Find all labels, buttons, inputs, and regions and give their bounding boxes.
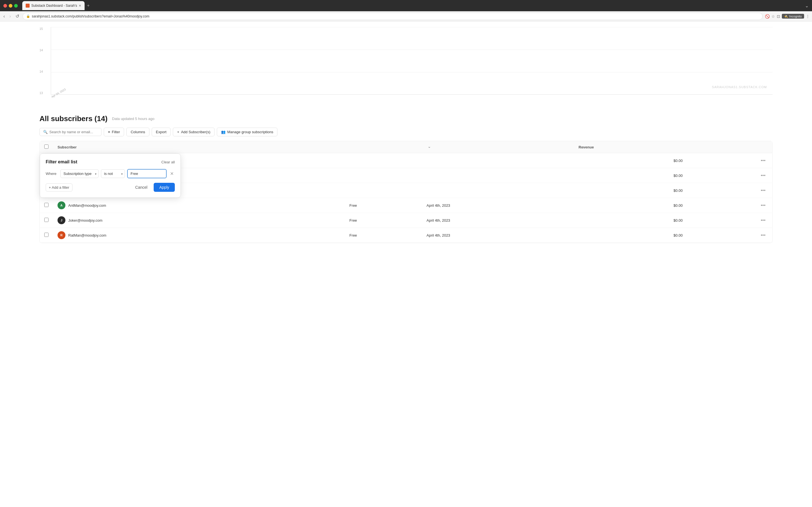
search-input[interactable]: [49, 130, 98, 134]
revenue-cell: $0.00: [574, 153, 687, 168]
tab-close-button[interactable]: ✕: [79, 4, 81, 8]
revenue-cell: $0.00: [574, 168, 687, 183]
row-more-button[interactable]: •••: [758, 217, 768, 224]
export-button[interactable]: Export: [152, 128, 171, 136]
chart-y-label-15: 15: [40, 27, 43, 31]
main-content: 15 14 14 13 SARAHJONAS1.SUBSTACK.COM Apr…: [0, 21, 812, 507]
row-more-button[interactable]: •••: [758, 172, 768, 179]
active-tab[interactable]: Substack Dashboard - Sarah's ✕: [22, 1, 85, 10]
address-bar-actions: 🚫 ☆ ⊡ 🕵 Incognito ⋮: [765, 14, 810, 18]
camera-off-icon[interactable]: 🚫: [765, 14, 770, 18]
th-subscription-type: [345, 141, 422, 153]
minimize-window-button[interactable]: [9, 4, 12, 8]
filter-where-label: Where: [46, 172, 58, 176]
filter-actions: Cancel Apply: [131, 183, 175, 192]
table-row: R RatMan@moodjoy.com Free April 4th, 202…: [40, 228, 772, 243]
new-tab-button[interactable]: +: [87, 3, 89, 8]
actions-cell: •••: [687, 228, 772, 243]
revenue-cell: $0.00: [574, 198, 687, 213]
avatar: J: [57, 216, 65, 224]
incognito-badge: 🕵 Incognito: [782, 14, 804, 18]
filter-operator-wrapper: is not is contains: [101, 169, 125, 178]
row-checkbox-cell: [40, 198, 53, 213]
search-box[interactable]: 🔍: [40, 128, 101, 136]
subscription-type-cell: [345, 183, 422, 198]
more-options-icon[interactable]: ⋮: [806, 14, 810, 18]
revenue-cell: $0.00: [574, 228, 687, 243]
url-bar[interactable]: 🔒 sarahjonas1.substack.com/publish/subsc…: [22, 13, 763, 20]
back-button[interactable]: ‹: [2, 13, 6, 20]
add-filter-button[interactable]: + Add a filter: [46, 183, 72, 191]
cancel-button[interactable]: Cancel: [131, 183, 151, 192]
filter-popup-title: Filter email list: [46, 159, 77, 165]
date-cell: April 4th, 2023: [422, 213, 574, 228]
chart-watermark: SARAHJONAS1.SUBSTACK.COM: [712, 86, 767, 89]
close-window-button[interactable]: [3, 4, 7, 8]
subscriber-email: AntMan@moodjoy.com: [68, 203, 106, 208]
address-bar: ‹ › ↺ 🔒 sarahjonas1.substack.com/publish…: [0, 11, 812, 21]
chart-y-label-13: 13: [40, 91, 43, 95]
chart-y-label-14b: 14: [40, 70, 43, 73]
subscription-type-cell: [345, 153, 422, 168]
add-subscriber-button[interactable]: + Add Subscriber(s): [173, 128, 214, 136]
subscription-type-cell: Free: [345, 198, 422, 213]
filter-button[interactable]: ≡ Filter: [104, 128, 124, 136]
row-checkbox-cell: [40, 213, 53, 228]
subscription-type-cell: Free: [345, 228, 422, 243]
incognito-label: Incognito: [789, 15, 802, 18]
filter-popup-header: Filter email list Clear all: [46, 159, 175, 165]
actions-cell: •••: [687, 198, 772, 213]
lock-icon: 🔒: [26, 14, 30, 18]
forward-button[interactable]: ›: [8, 13, 12, 20]
filter-value-input[interactable]: [127, 169, 167, 178]
bookmark-icon[interactable]: ☆: [771, 14, 775, 18]
data-updated-label: Data updated 5 hours ago: [112, 117, 154, 121]
subscriber-email: Joker@moodjoy.com: [68, 218, 102, 223]
filter-operator-select[interactable]: is not is contains: [101, 169, 125, 178]
date-cell: [422, 168, 574, 183]
row-more-button[interactable]: •••: [758, 202, 768, 209]
filter-clear-button[interactable]: ✕: [169, 170, 175, 177]
subscriber-cell: A AntMan@moodjoy.com: [53, 198, 345, 213]
actions-cell: •••: [687, 213, 772, 228]
columns-label: Columns: [131, 130, 145, 134]
tab-overflow-button[interactable]: ⌄: [805, 3, 809, 8]
table-row: J Joker@moodjoy.com Free April 4th, 2023…: [40, 213, 772, 228]
add-icon: +: [177, 130, 179, 134]
th-revenue: Revenue: [574, 141, 687, 153]
columns-button[interactable]: Columns: [126, 128, 149, 136]
th-actions: [687, 141, 772, 153]
manage-group-button[interactable]: 👥 Manage group subscriptions: [217, 128, 277, 136]
table-header-row: Subscriber ⌄ Revenue: [40, 141, 772, 153]
search-icon: 🔍: [43, 130, 48, 134]
th-subscriber: Subscriber: [53, 141, 345, 153]
row-checkbox[interactable]: [44, 203, 49, 207]
maximize-window-button[interactable]: [14, 4, 18, 8]
chart-y-label-14a: 14: [40, 48, 43, 52]
chart-area: 15 14 14 13 SARAHJONAS1.SUBSTACK.COM Apr…: [40, 21, 772, 108]
row-checkbox[interactable]: [44, 233, 49, 237]
incognito-icon: 🕵: [784, 14, 788, 18]
refresh-button[interactable]: ↺: [14, 12, 20, 20]
sort-icon[interactable]: ⌄: [428, 145, 431, 149]
filter-field-wrapper: Subscription type Email Name Date: [60, 169, 99, 178]
row-more-button[interactable]: •••: [758, 187, 768, 194]
subscribers-header: All subscribers (14) Data updated 5 hour…: [40, 108, 772, 128]
subscriber-cell: J Joker@moodjoy.com: [53, 213, 345, 228]
clear-all-button[interactable]: Clear all: [161, 160, 175, 164]
subscriber-cell: R RatMan@moodjoy.com: [53, 228, 345, 243]
subscribers-table-wrapper: Filter email list Clear all Where Subscr…: [40, 141, 772, 243]
select-all-checkbox[interactable]: [44, 145, 49, 149]
apply-button[interactable]: Apply: [154, 183, 175, 192]
traffic-lights: [3, 4, 18, 8]
filter-field-select[interactable]: Subscription type Email Name Date: [60, 169, 99, 178]
date-cell: April 4th, 2023: [422, 228, 574, 243]
tab-title: Substack Dashboard - Sarah's: [31, 4, 77, 8]
filter-icon: ≡: [108, 130, 110, 134]
row-checkbox[interactable]: [44, 218, 49, 222]
row-more-button[interactable]: •••: [758, 231, 768, 239]
add-subscriber-label: Add Subscriber(s): [181, 130, 210, 134]
row-more-button[interactable]: •••: [758, 157, 768, 164]
split-view-icon[interactable]: ⊡: [777, 14, 780, 18]
browser-chrome: Substack Dashboard - Sarah's ✕ + ⌄: [0, 0, 812, 11]
